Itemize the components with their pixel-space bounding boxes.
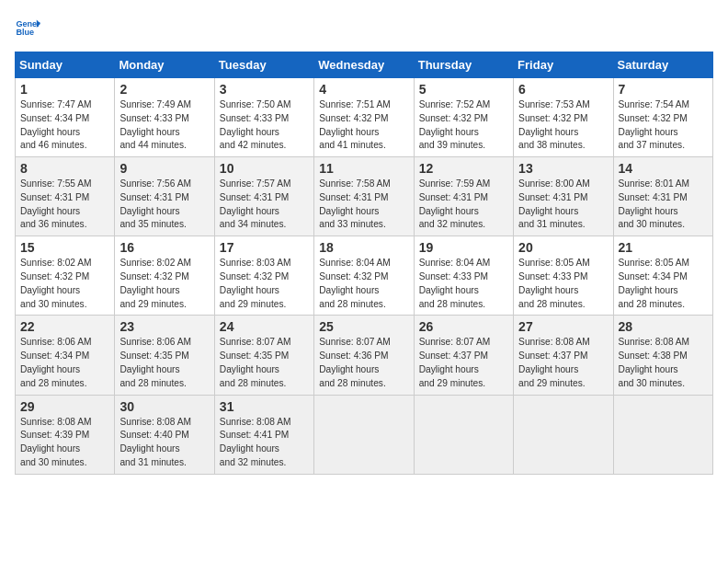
calendar-day-cell: 25 Sunrise: 8:07 AM Sunset: 4:36 PM Dayl… [314, 316, 414, 395]
calendar-day-cell: 31 Sunrise: 8:08 AM Sunset: 4:41 PM Dayl… [214, 395, 313, 474]
day-number: 10 [220, 161, 309, 176]
header-sunday: Sunday [16, 52, 115, 78]
day-number: 29 [20, 399, 109, 414]
calendar-day-cell: 13 Sunrise: 8:00 AM Sunset: 4:31 PM Dayl… [514, 157, 613, 236]
empty-cell [314, 395, 414, 474]
day-info: Sunrise: 7:54 AM Sunset: 4:32 PM Dayligh… [619, 98, 708, 153]
calendar-day-cell: 11 Sunrise: 7:58 AM Sunset: 4:31 PM Dayl… [314, 157, 414, 236]
header-monday: Monday [115, 52, 214, 78]
calendar-row: 22 Sunrise: 8:06 AM Sunset: 4:34 PM Dayl… [16, 316, 713, 395]
header-saturday: Saturday [613, 52, 712, 78]
day-info: Sunrise: 7:56 AM Sunset: 4:31 PM Dayligh… [119, 178, 209, 232]
calendar-table: Sunday Monday Tuesday Wednesday Thursday… [15, 52, 713, 475]
day-info: Sunrise: 7:52 AM Sunset: 4:32 PM Dayligh… [419, 98, 508, 153]
day-info: Sunrise: 8:05 AM Sunset: 4:33 PM Dayligh… [518, 257, 608, 311]
calendar-day-cell: 8 Sunrise: 7:55 AM Sunset: 4:31 PM Dayli… [16, 157, 115, 236]
day-info: Sunrise: 8:02 AM Sunset: 4:32 PM Dayligh… [20, 257, 109, 311]
calendar-day-cell: 26 Sunrise: 8:07 AM Sunset: 4:37 PM Dayl… [414, 316, 513, 395]
calendar-day-cell: 5 Sunrise: 7:52 AM Sunset: 4:32 PM Dayli… [414, 78, 513, 157]
calendar-day-cell: 4 Sunrise: 7:51 AM Sunset: 4:32 PM Dayli… [314, 78, 414, 157]
day-number: 15 [20, 240, 109, 255]
day-info: Sunrise: 8:07 AM Sunset: 4:36 PM Dayligh… [319, 336, 408, 390]
day-info: Sunrise: 8:03 AM Sunset: 4:32 PM Dayligh… [220, 257, 309, 311]
calendar-day-cell: 20 Sunrise: 8:05 AM Sunset: 4:33 PM Dayl… [514, 236, 613, 316]
logo-icon: General Blue [15, 15, 40, 40]
day-number: 17 [220, 240, 309, 255]
day-info: Sunrise: 7:57 AM Sunset: 4:31 PM Dayligh… [220, 178, 309, 232]
day-number: 21 [619, 240, 708, 255]
day-number: 18 [319, 240, 408, 255]
day-number: 3 [220, 82, 309, 97]
day-number: 9 [119, 161, 209, 176]
calendar-day-cell: 12 Sunrise: 7:59 AM Sunset: 4:31 PM Dayl… [414, 157, 513, 236]
header-friday: Friday [514, 52, 613, 78]
day-info: Sunrise: 7:58 AM Sunset: 4:31 PM Dayligh… [319, 178, 408, 232]
header-tuesday: Tuesday [214, 52, 313, 78]
page-header: General Blue [15, 15, 713, 40]
calendar-day-cell: 22 Sunrise: 8:06 AM Sunset: 4:34 PM Dayl… [16, 316, 115, 395]
day-info: Sunrise: 7:59 AM Sunset: 4:31 PM Dayligh… [419, 178, 508, 232]
calendar-day-cell: 17 Sunrise: 8:03 AM Sunset: 4:32 PM Dayl… [214, 236, 313, 316]
logo: General Blue [15, 15, 40, 40]
svg-text:Blue: Blue [16, 28, 34, 37]
day-info: Sunrise: 8:01 AM Sunset: 4:31 PM Dayligh… [619, 178, 708, 232]
day-number: 20 [518, 240, 608, 255]
day-info: Sunrise: 8:08 AM Sunset: 4:40 PM Dayligh… [119, 416, 209, 470]
day-number: 16 [119, 240, 209, 255]
day-number: 26 [419, 319, 508, 334]
calendar-day-cell: 28 Sunrise: 8:08 AM Sunset: 4:38 PM Dayl… [613, 316, 712, 395]
day-info: Sunrise: 8:08 AM Sunset: 4:38 PM Dayligh… [619, 336, 708, 390]
weekday-header-row: Sunday Monday Tuesday Wednesday Thursday… [16, 52, 713, 78]
empty-cell [514, 395, 613, 474]
calendar-day-cell: 7 Sunrise: 7:54 AM Sunset: 4:32 PM Dayli… [613, 78, 712, 157]
day-number: 28 [619, 319, 708, 334]
day-info: Sunrise: 8:08 AM Sunset: 4:37 PM Dayligh… [518, 336, 608, 390]
calendar-day-cell: 16 Sunrise: 8:02 AM Sunset: 4:32 PM Dayl… [115, 236, 214, 316]
day-number: 4 [319, 82, 408, 97]
day-number: 22 [20, 319, 109, 334]
day-info: Sunrise: 8:04 AM Sunset: 4:32 PM Dayligh… [319, 257, 408, 311]
day-info: Sunrise: 8:07 AM Sunset: 4:37 PM Dayligh… [419, 336, 508, 390]
day-number: 14 [619, 161, 708, 176]
day-info: Sunrise: 8:08 AM Sunset: 4:39 PM Dayligh… [20, 416, 109, 470]
day-info: Sunrise: 7:49 AM Sunset: 4:33 PM Dayligh… [119, 98, 209, 153]
day-number: 8 [20, 161, 109, 176]
day-number: 30 [119, 399, 209, 414]
calendar-day-cell: 19 Sunrise: 8:04 AM Sunset: 4:33 PM Dayl… [414, 236, 513, 316]
day-info: Sunrise: 7:55 AM Sunset: 4:31 PM Dayligh… [20, 178, 109, 232]
day-number: 25 [319, 319, 408, 334]
day-number: 7 [619, 82, 708, 97]
day-info: Sunrise: 8:02 AM Sunset: 4:32 PM Dayligh… [119, 257, 209, 311]
calendar-day-cell: 18 Sunrise: 8:04 AM Sunset: 4:32 PM Dayl… [314, 236, 414, 316]
empty-cell [613, 395, 712, 474]
day-number: 24 [220, 319, 309, 334]
calendar-day-cell: 29 Sunrise: 8:08 AM Sunset: 4:39 PM Dayl… [16, 395, 115, 474]
calendar-day-cell: 30 Sunrise: 8:08 AM Sunset: 4:40 PM Dayl… [115, 395, 214, 474]
day-number: 27 [518, 319, 608, 334]
calendar-row: 15 Sunrise: 8:02 AM Sunset: 4:32 PM Dayl… [16, 236, 713, 316]
day-number: 5 [419, 82, 508, 97]
calendar-day-cell: 27 Sunrise: 8:08 AM Sunset: 4:37 PM Dayl… [514, 316, 613, 395]
day-number: 23 [119, 319, 209, 334]
day-info: Sunrise: 8:06 AM Sunset: 4:35 PM Dayligh… [119, 336, 209, 390]
day-info: Sunrise: 8:08 AM Sunset: 4:41 PM Dayligh… [220, 416, 309, 470]
calendar-day-cell: 1 Sunrise: 7:47 AM Sunset: 4:34 PM Dayli… [16, 78, 115, 157]
day-number: 12 [419, 161, 508, 176]
calendar-day-cell: 23 Sunrise: 8:06 AM Sunset: 4:35 PM Dayl… [115, 316, 214, 395]
day-info: Sunrise: 8:07 AM Sunset: 4:35 PM Dayligh… [220, 336, 309, 390]
day-info: Sunrise: 8:05 AM Sunset: 4:34 PM Dayligh… [619, 257, 708, 311]
empty-cell [414, 395, 513, 474]
day-info: Sunrise: 8:04 AM Sunset: 4:33 PM Dayligh… [419, 257, 508, 311]
calendar-row: 29 Sunrise: 8:08 AM Sunset: 4:39 PM Dayl… [16, 395, 713, 474]
day-number: 31 [220, 399, 309, 414]
day-number: 13 [518, 161, 608, 176]
calendar-day-cell: 15 Sunrise: 8:02 AM Sunset: 4:32 PM Dayl… [16, 236, 115, 316]
calendar-day-cell: 2 Sunrise: 7:49 AM Sunset: 4:33 PM Dayli… [115, 78, 214, 157]
day-number: 2 [119, 82, 209, 97]
header-thursday: Thursday [414, 52, 513, 78]
day-info: Sunrise: 7:50 AM Sunset: 4:33 PM Dayligh… [220, 98, 309, 153]
calendar-day-cell: 9 Sunrise: 7:56 AM Sunset: 4:31 PM Dayli… [115, 157, 214, 236]
day-number: 6 [518, 82, 608, 97]
day-info: Sunrise: 7:47 AM Sunset: 4:34 PM Dayligh… [20, 98, 109, 153]
calendar-day-cell: 3 Sunrise: 7:50 AM Sunset: 4:33 PM Dayli… [214, 78, 313, 157]
